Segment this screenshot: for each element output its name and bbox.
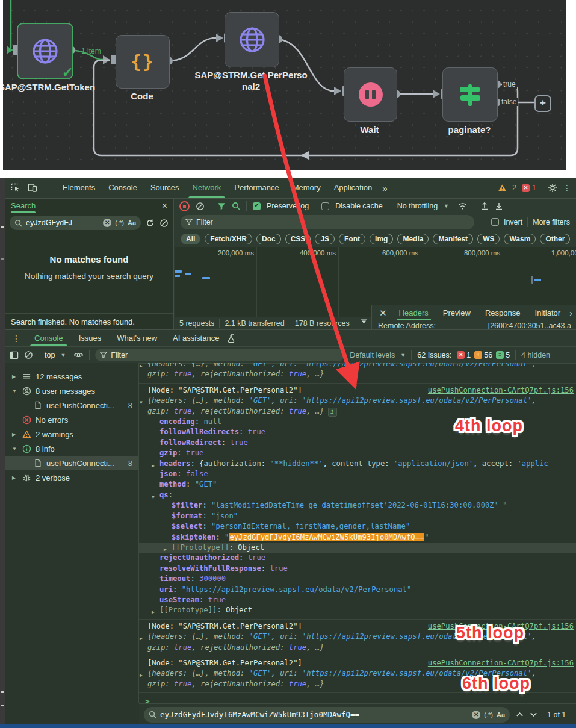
search-input[interactable]: eyJzdGFydFJ ✕ (.*) Aa [10,216,141,230]
chip-wasm[interactable]: Wasm [504,234,536,244]
issues-count-label[interactable]: 62 Issues: [417,351,451,359]
node-wait[interactable] [344,67,397,122]
expand-arrow-icon[interactable]: ▶ [152,607,155,617]
add-node-button[interactable]: + [534,95,551,112]
request-timing-bar[interactable] [202,277,210,279]
detail-tab-initiator[interactable]: Initiator [529,305,567,320]
sidebar-item-2-warnings[interactable]: ▶2 warnings [5,427,138,441]
chip-fetch-xhr[interactable]: Fetch/XHR [205,234,252,244]
node-get-perpersonal2[interactable] [225,12,279,67]
console-row[interactable]: uri: "https://api12preview.sapsf.eu/odat… [139,585,576,595]
regex-toggle[interactable]: (.*) [115,219,124,226]
clear-console-icon[interactable] [24,350,33,359]
tree-arrow-icon[interactable]: ▶ [12,475,18,481]
console-row[interactable]: ▶[[Prototype]]: Object [139,543,576,553]
chip-ws[interactable]: WS [477,234,500,244]
device-toolbar-icon[interactable] [28,183,37,193]
detail-more-tabs-icon[interactable]: › [569,308,572,318]
source-link[interactable]: usePushConnection-CArtQ7pf.js:156 [428,658,576,668]
tab-network[interactable]: Network [186,178,228,198]
expand-arrow-icon[interactable]: ▶ [152,461,155,469]
chip-css[interactable]: CSS [285,234,311,244]
inspect-element-icon[interactable] [11,183,20,193]
tree-arrow-icon[interactable]: ▶ [12,432,18,437]
chip-other[interactable]: Other [540,234,570,244]
console-tab-console[interactable]: Console [26,330,71,346]
tree-arrow-icon[interactable]: ▼ [12,388,18,394]
invert-checkbox[interactable] [491,218,499,226]
tab-application[interactable]: Application [327,178,379,198]
tab-sources[interactable]: Sources [144,178,186,198]
console-row[interactable]: useStream: true [139,595,576,605]
request-timing-bar[interactable] [534,279,541,281]
chip-all[interactable]: All [181,234,200,244]
console-row[interactable]: ▶{headers: {…}, method: 'GET', uri: 'htt… [139,363,576,380]
find-previous-icon[interactable] [516,712,524,717]
console-tab-ai-assistance[interactable]: AI assistance [165,330,227,346]
clear-results-icon[interactable] [159,219,169,228]
record-icon[interactable] [179,201,190,211]
chip-media[interactable]: Media [397,234,429,244]
timeline-collapse-icon[interactable] [360,318,368,325]
console-row[interactable]: followRedirect: true [139,438,576,448]
clear-network-icon[interactable] [196,202,205,211]
close-icon[interactable]: ✕ [376,308,391,319]
issue-badge-group[interactable]: ✕1 [457,351,471,359]
node-gettoken[interactable]: ✓ [17,23,73,79]
throttling-select[interactable]: No throttling [397,202,438,210]
console-row[interactable]: ▼{headers: {…}, method: 'GET', uri: 'htt… [139,396,576,417]
request-timing-bar[interactable] [175,270,182,273]
export-har-icon[interactable] [495,202,503,210]
node-code[interactable]: {} [116,35,170,89]
hidden-messages-label[interactable]: 4 hidden [521,351,550,359]
filter-funnel-icon[interactable] [217,202,226,210]
console-sidebar-toggle-icon[interactable] [10,351,19,359]
context-selector[interactable]: top [45,351,55,359]
console-row[interactable]: resolveWithFullResponse: true [139,564,576,574]
request-timing-bar[interactable] [185,273,191,275]
tab-memory[interactable]: Memory [286,178,327,198]
chip-js[interactable]: JS [315,234,335,244]
chip-doc[interactable]: Doc [256,234,281,244]
console-row[interactable]: json: false [139,469,576,479]
clear-find-icon[interactable]: ✕ [472,711,480,719]
chip-font[interactable]: Font [339,234,365,244]
close-icon[interactable]: × [162,201,167,211]
tree-arrow-icon[interactable]: ▶ [12,374,18,379]
console-tab-issues[interactable]: Issues [71,330,110,346]
issue-badge-group[interactable]: ≡5 [496,351,510,359]
sidebar-item-usepushconnecti[interactable]: usePushConnecti...8 [5,398,138,412]
source-link[interactable]: usePushConnection-CArtQ7pf.js:156 [428,385,576,396]
expand-arrow-icon[interactable]: ▶ [140,670,143,680]
console-row[interactable]: ▼qs: [139,490,576,500]
clear-search-icon[interactable]: ✕ [103,219,111,227]
sidebar-item-usepushconnecti[interactable]: usePushConnecti...8 [5,456,138,470]
sidebar-item-no-errors[interactable]: No errors [5,412,138,427]
console-row[interactable]: $select: "personIdExternal, firstName,ge… [139,521,576,532]
console-row[interactable]: [Node: "SAP@STRM.Get.PerPersonal2"]usePu… [139,385,576,396]
import-har-icon[interactable] [480,202,489,210]
node-paginate[interactable] [442,67,498,122]
match-case-toggle[interactable]: Aa [128,219,136,226]
console-row[interactable]: gzip: true [139,448,576,458]
more-filters-button[interactable]: More filters [533,218,570,226]
network-filter-input[interactable]: Filter [181,215,474,229]
more-tabs-button[interactable]: » [379,183,391,193]
find-next-icon[interactable] [530,712,537,717]
preserve-log-checkbox[interactable] [253,202,261,210]
settings-gear-icon[interactable] [548,183,557,193]
console-row[interactable]: $filter: "lastModifiedDateTime ge dateti… [139,500,576,511]
console-row[interactable]: method: "GET" [139,479,576,490]
console-prompt[interactable]: > [139,693,576,703]
console-filter-input[interactable]: Filter [95,349,344,361]
network-conditions-icon[interactable] [457,202,468,210]
console-log[interactable]: ▶{headers: {…}, method: 'GET', uri: 'htt… [139,363,576,703]
console-row[interactable]: $skiptoken: "eyJzdGFydFJvdyI6MzAwMCwiZW5… [139,532,576,543]
live-expression-eye-icon[interactable] [73,351,84,359]
devtools-menu-icon[interactable]: ⋮ [563,183,571,193]
console-row[interactable]: ▶[[Prototype]]: Object [139,605,576,615]
expand-arrow-icon[interactable]: ▼ [140,397,143,408]
expand-arrow-icon[interactable]: ▶ [140,633,143,644]
workflow-canvas[interactable]: ✓ SAP@STRM.GetToken {} Code SAP@STRM.Get… [3,0,566,170]
drawer-menu-icon[interactable]: ⋮ [5,334,26,343]
